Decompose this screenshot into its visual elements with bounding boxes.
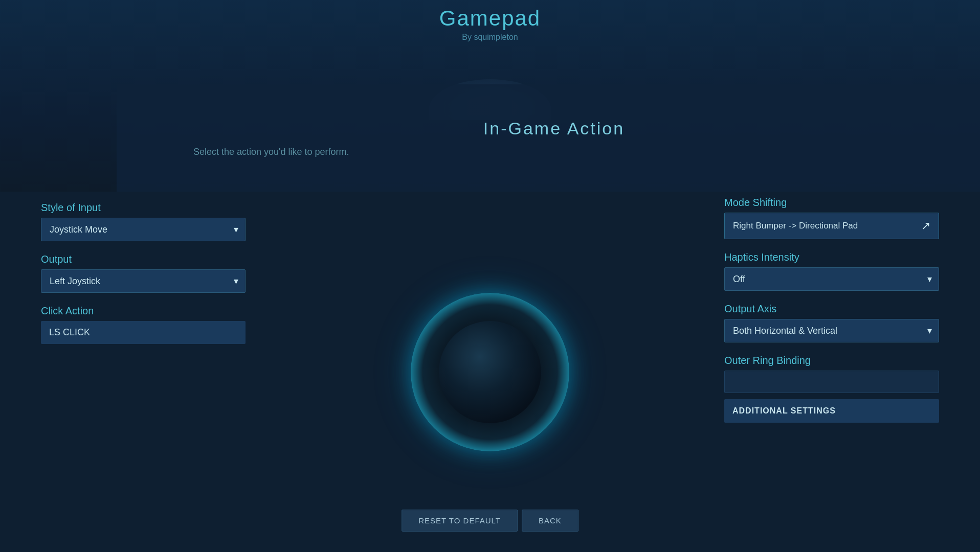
style-of-input-label: Style of Input (41, 202, 246, 214)
click-action-button[interactable]: LS CLICK (41, 321, 246, 344)
output-axis-wrapper: Both Horizontal & Vertical Horizontal On… (724, 319, 939, 342)
joystick-ring (411, 293, 569, 451)
right-panel: Mode Shifting Right Bumper -> Directiona… (724, 197, 939, 423)
bottom-bar: RESET TO DEFAULT BACK (402, 510, 578, 532)
style-of-input-wrapper: Joystick Move Directional Pad Mouse ▾ (41, 218, 246, 241)
additional-settings-button[interactable]: ADDITIONAL SETTINGS (724, 399, 939, 423)
haptics-label: Haptics Intensity (724, 251, 939, 263)
style-of-input-dropdown[interactable]: Joystick Move Directional Pad Mouse (41, 218, 246, 241)
outer-ring-label: Outer Ring Binding (724, 355, 939, 366)
back-button[interactable]: BACK (522, 510, 578, 532)
left-panel: Style of Input Joystick Move Directional… (41, 202, 246, 344)
action-panel: In-Game Action Select the action you'd l… (117, 84, 980, 192)
mode-shifting-label: Mode Shifting (724, 197, 939, 209)
mode-shifting-box[interactable]: Right Bumper -> Directional Pad ↗ (724, 213, 939, 239)
output-dropdown[interactable]: Left Joystick Right Joystick (41, 269, 246, 293)
output-axis-label: Output Axis (724, 303, 939, 315)
joystick-visualization (411, 293, 569, 451)
app-subtitle: By squimpleton (462, 33, 518, 42)
click-action-label: Click Action (41, 305, 246, 317)
cursor-icon: ↗ (921, 219, 930, 233)
action-panel-subtitle: Select the action you'd like to perform. (193, 147, 349, 157)
haptics-dropdown[interactable]: Off Low Medium High (724, 267, 939, 291)
joystick-inner (439, 321, 541, 423)
reset-to-default-button[interactable]: RESET TO DEFAULT (402, 510, 518, 532)
output-wrapper: Left Joystick Right Joystick ▾ (41, 269, 246, 293)
outer-ring-input[interactable] (724, 371, 939, 393)
main-content: Style of Input Joystick Move Directional… (0, 192, 980, 552)
app-title: Gamepad (439, 6, 541, 31)
mode-shifting-value: Right Bumper -> Directional Pad (733, 221, 858, 231)
output-axis-dropdown[interactable]: Both Horizontal & Vertical Horizontal On… (724, 319, 939, 342)
action-panel-title: In-Game Action (244, 119, 980, 139)
output-label: Output (41, 254, 246, 265)
haptics-wrapper: Off Low Medium High ▾ (724, 267, 939, 291)
